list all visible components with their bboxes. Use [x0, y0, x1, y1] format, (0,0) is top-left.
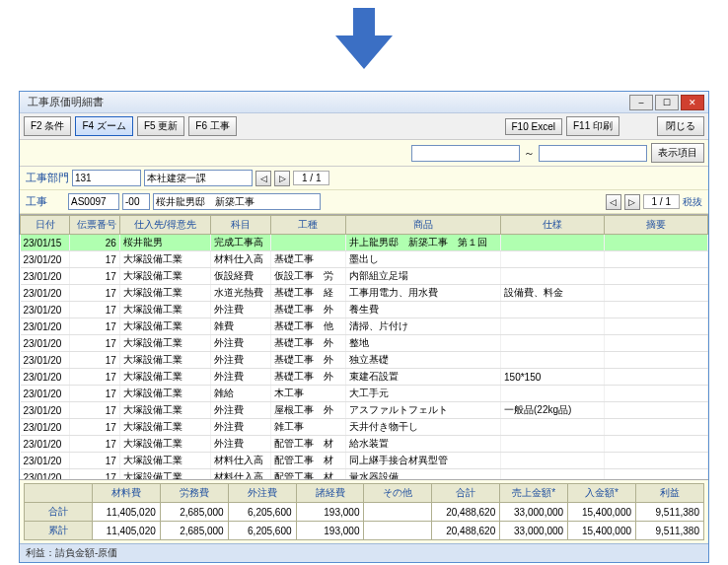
titlebar: 工事原価明細書 – ☐ ✕ [20, 92, 708, 113]
toolbar: F2 条件 F4 ズーム F5 更新 F6 工事 F10 Excel F11 印… [20, 113, 708, 140]
status-bar: 利益：請負金額-原価 [20, 543, 708, 562]
table-row[interactable]: 23/01/2017大塚設備工業水道光熱費基礎工事 経工事用電力、用水費設備費、… [21, 285, 708, 302]
tilde-label: ～ [524, 146, 535, 161]
con-page: 1 / 1 [643, 194, 680, 209]
construction-filter-row: 工事 ◁ ▷ 1 / 1 税抜 [20, 190, 708, 214]
table-row[interactable]: 23/01/2017大塚設備工業外注費基礎工事 外束建石設置150*150 [21, 369, 708, 386]
grid-header[interactable]: 仕様 [501, 216, 605, 235]
f11-button[interactable]: F11 印刷 [566, 116, 619, 136]
summary-row: 合計11,405,0202,685,0006,205,600193,00020,… [25, 503, 704, 522]
table-row[interactable]: 23/01/1526桜井龍男完成工事高井上龍男邸 新築工事 第１回 [21, 235, 708, 251]
window-title: 工事原価明細書 [24, 95, 627, 109]
grid-header[interactable]: 科目 [211, 216, 271, 235]
range-from-input[interactable] [411, 145, 520, 162]
f5-button[interactable]: F5 更新 [137, 116, 184, 136]
summary-area: 材料費労務費外注費諸経費その他合計売上金額*入金額*利益 合計11,405,02… [20, 480, 708, 543]
summary-header: 外注費 [228, 484, 296, 503]
range-to-input[interactable] [539, 145, 647, 162]
summary-header: 材料費 [92, 484, 160, 503]
table-row[interactable]: 23/01/2017大塚設備工業外注費屋根工事 外アスファルトフェルト一般品(2… [21, 402, 708, 419]
f6-button[interactable]: F6 工事 [188, 116, 236, 136]
f2-button[interactable]: F2 条件 [24, 116, 71, 136]
summary-header [25, 484, 93, 503]
summary-header: 諸経費 [296, 484, 364, 503]
dept-prev-button[interactable]: ◁ [255, 171, 271, 186]
summary-table: 材料費労務費外注費諸経費その他合計売上金額*入金額*利益 合計11,405,02… [24, 483, 704, 540]
minimize-button[interactable]: – [629, 95, 653, 110]
table-row[interactable]: 23/01/2017大塚設備工業外注費基礎工事 外整地 [21, 335, 708, 352]
table-row[interactable]: 23/01/2017大塚設備工業外注費基礎工事 外独立基礎 [21, 352, 708, 369]
f10-button[interactable]: F10 Excel [505, 118, 562, 135]
construction-sub-input[interactable] [122, 193, 150, 210]
table-row[interactable]: 23/01/2017大塚設備工業仮設経費仮設工事 労内部組立足場 [21, 268, 708, 285]
status-text: 利益：請負金額-原価 [26, 547, 117, 558]
construction-code-input[interactable] [68, 193, 119, 210]
con-next-button[interactable]: ▷ [624, 194, 640, 210]
table-row[interactable]: 23/01/2017大塚設備工業材料仕入高配管工事 材量水器設備 [21, 469, 708, 481]
department-filter-row: 工事部門 ◁ ▷ 1 / 1 [20, 167, 708, 190]
department-label: 工事部門 [26, 171, 69, 185]
construction-name-input[interactable] [153, 193, 321, 210]
summary-row: 累計11,405,0202,685,0006,205,600193,00020,… [25, 522, 704, 540]
department-code-input[interactable] [72, 170, 141, 186]
grid-header[interactable]: 日付 [21, 216, 70, 235]
grid-header[interactable]: 摘要 [604, 216, 707, 235]
construction-label: 工事 [26, 194, 65, 209]
table-row[interactable]: 23/01/2017大塚設備工業材料仕入高基礎工事墨出し [21, 251, 708, 268]
display-items-button[interactable]: 表示項目 [651, 143, 704, 163]
down-arrow [0, 0, 728, 91]
close-app-button[interactable]: 閉じる [657, 116, 704, 136]
detail-window: 工事原価明細書 – ☐ ✕ F2 条件 F4 ズーム F5 更新 F6 工事 F… [19, 91, 709, 563]
tax-label: 税抜 [683, 195, 702, 209]
maximize-button[interactable]: ☐ [655, 95, 679, 110]
grid-header[interactable]: 工種 [270, 216, 345, 235]
table-row[interactable]: 23/01/2017大塚設備工業雑費基礎工事 他清掃、片付け [21, 318, 708, 335]
table-row[interactable]: 23/01/2017大塚設備工業外注費基礎工事 外養生費 [21, 302, 708, 318]
table-row[interactable]: 23/01/2017大塚設備工業外注費雑工事天井付き物干し [21, 419, 708, 436]
table-row[interactable]: 23/01/2017大塚設備工業材料仕入高配管工事 材同上継手接合材異型管 [21, 453, 708, 469]
table-row[interactable]: 23/01/2017大塚設備工業外注費配管工事 材給水装置 [21, 436, 708, 453]
summary-header: 入金額* [568, 484, 636, 503]
f4-button[interactable]: F4 ズーム [75, 116, 132, 136]
department-name-input[interactable] [144, 170, 253, 186]
summary-header: 売上金額* [500, 484, 568, 503]
summary-header: 合計 [432, 484, 500, 503]
detail-grid: 日付伝票番号仕入先/得意先科目工種商品仕様摘要 23/01/1526桜井龍男完成… [20, 215, 708, 480]
close-button[interactable]: ✕ [681, 95, 704, 110]
search-bar: ～ 表示項目 [20, 140, 708, 167]
grid-header[interactable]: 商品 [345, 216, 500, 235]
dept-next-button[interactable]: ▷ [274, 171, 290, 186]
summary-header: その他 [364, 484, 432, 503]
summary-header: 利益 [636, 484, 704, 503]
con-prev-button[interactable]: ◁ [606, 194, 621, 210]
table-row[interactable]: 23/01/2017大塚設備工業雑給木工事大工手元 [21, 386, 708, 402]
grid-header[interactable]: 伝票番号 [70, 216, 119, 235]
grid-area[interactable]: 日付伝票番号仕入先/得意先科目工種商品仕様摘要 23/01/1526桜井龍男完成… [20, 214, 708, 480]
dept-page: 1 / 1 [293, 171, 329, 185]
grid-header[interactable]: 仕入先/得意先 [119, 216, 210, 235]
summary-header: 労務費 [160, 484, 228, 503]
